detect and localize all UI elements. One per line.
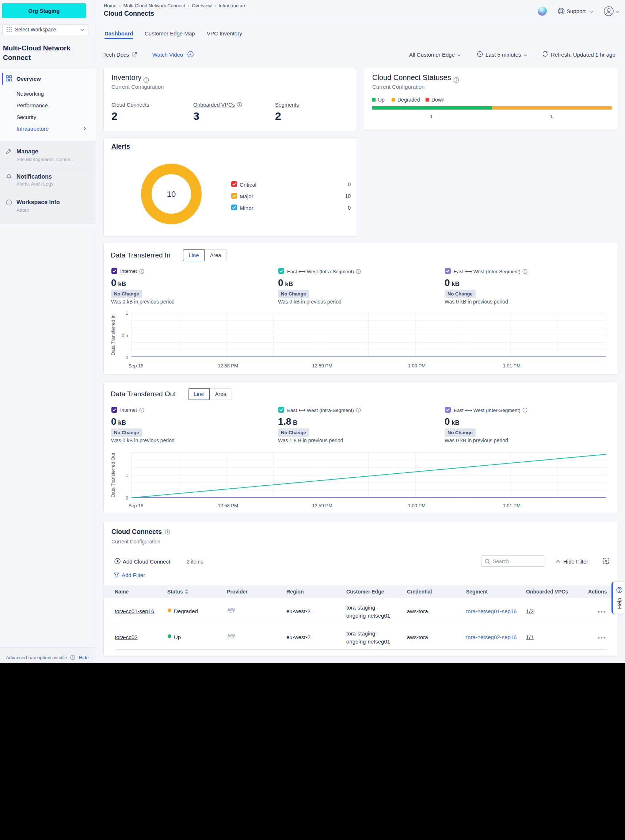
svg-text:12:58 PM: 12:58 PM [218,363,238,368]
svg-text:aws: aws [228,607,235,612]
svg-text:Data Transferred In: Data Transferred In [110,314,116,356]
svg-text:0: 0 [126,355,128,360]
svg-text:0.5: 0.5 [122,333,128,338]
svg-text:12:59 PM: 12:59 PM [312,503,333,508]
svg-text:12:58 PM: 12:58 PM [218,503,238,508]
svg-text:aws: aws [228,633,235,637]
svg-text:Sep 18: Sep 18 [128,363,143,368]
svg-text:0: 0 [126,495,128,501]
svg-text:12:59 PM: 12:59 PM [312,363,333,368]
svg-text:Sep 18: Sep 18 [128,503,143,508]
svg-text:1:01 PM: 1:01 PM [503,363,521,368]
svg-text:1: 1 [126,473,128,478]
svg-text:1:00 PM: 1:00 PM [408,503,426,508]
svg-text:1: 1 [126,311,128,316]
svg-text:1:00 PM: 1:00 PM [408,363,426,368]
svg-text:Data Transferred Out: Data Transferred Out [110,453,116,497]
svg-text:1:01 PM: 1:01 PM [503,503,521,508]
